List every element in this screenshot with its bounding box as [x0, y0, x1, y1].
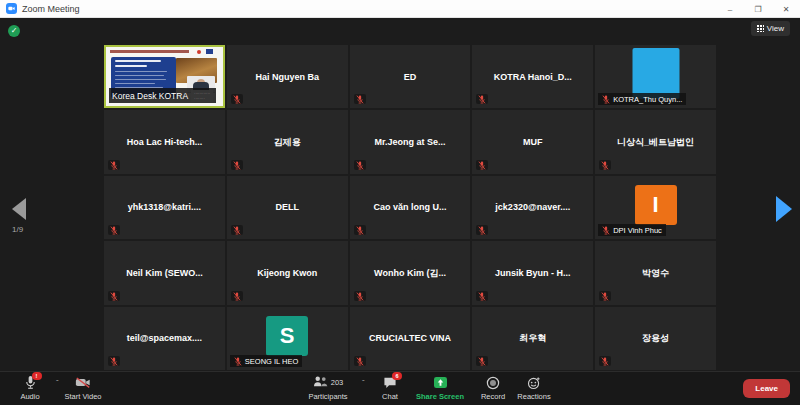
participant-name: Hoa Lac Hi-tech...: [104, 137, 225, 147]
chat-button[interactable]: 6 Chat: [374, 375, 406, 401]
participant-tile[interactable]: teil@spacemax....: [104, 307, 225, 370]
participant-name: Korea Desk KOTRA····················: [109, 88, 216, 103]
chat-icon: 6: [383, 375, 397, 390]
participant-tile[interactable]: Mr.Jeong at Se...: [350, 110, 471, 173]
zoom-app-icon: [6, 3, 17, 14]
participant-name: MUF: [472, 137, 593, 147]
participant-tile[interactable]: MUF: [472, 110, 593, 173]
participant-name: KOTRA_Thu Quyn...: [598, 93, 686, 105]
participant-tile[interactable]: Neil Kim (SEWO...: [104, 241, 225, 304]
participant-tile[interactable]: yhk1318@katri....: [104, 176, 225, 239]
record-icon: [486, 375, 500, 390]
participant-name: jck2320@naver....: [472, 202, 593, 212]
audio-alert-badge: !: [32, 372, 42, 380]
muted-mic-icon: [110, 226, 118, 235]
muted-mic-icon: [602, 226, 610, 235]
mic-icon: !: [24, 375, 37, 390]
minimize-button[interactable]: –: [716, 0, 744, 18]
page-indicator: 1/9: [12, 225, 23, 234]
participant-name: KOTRA Hanoi_D...: [472, 72, 593, 82]
prev-page-button[interactable]: [12, 198, 26, 220]
muted-mic-icon: [233, 161, 241, 170]
participants-icon: [313, 375, 328, 390]
muted-mic-icon: [601, 161, 609, 170]
participant-name: 김제용: [227, 136, 348, 149]
audio-button[interactable]: ! Audio: [10, 375, 50, 401]
muted-mic-icon: [478, 357, 486, 366]
chat-label: Chat: [382, 392, 398, 401]
next-page-button[interactable]: [776, 196, 792, 222]
close-button[interactable]: ✕: [772, 0, 800, 18]
participant-name: Mr.Jeong at Se...: [350, 137, 471, 147]
participant-tile[interactable]: KOTRA_Thu Quyn...: [595, 45, 716, 108]
participant-name: Wonho Kim (김...: [350, 266, 471, 279]
participant-tile[interactable]: 장용성: [595, 307, 716, 370]
muted-mic-icon: [233, 95, 241, 104]
muted-mic-icon: [356, 95, 364, 104]
participant-name: 최우혁: [472, 332, 593, 345]
participant-name: Kijeong Kwon: [227, 268, 348, 278]
security-shield-icon[interactable]: ✓: [8, 25, 20, 37]
share-screen-icon: [433, 375, 448, 390]
chat-unread-badge: 6: [392, 372, 402, 380]
participant-tile[interactable]: CRUCIALTEC VINA: [350, 307, 471, 370]
participants-button[interactable]: 203 Participants: [300, 375, 356, 401]
muted-mic-icon: [478, 226, 486, 235]
participant-name: CRUCIALTEC VINA: [350, 333, 471, 343]
participant-tile[interactable]: 김제용: [227, 110, 348, 173]
start-video-label: Start Video: [65, 392, 102, 401]
avatar: I: [635, 185, 677, 225]
audio-options-chevron[interactable]: ˆ: [56, 379, 59, 387]
muted-mic-icon: [601, 292, 609, 301]
participants-options-chevron[interactable]: ˆ: [362, 379, 365, 387]
participant-name: SEONG IL HEO: [230, 355, 303, 367]
participant-tile[interactable]: Hoa Lac Hi-tech...: [104, 110, 225, 173]
window-controls: – ❐ ✕: [716, 0, 800, 18]
participant-tile[interactable]: Junsik Byun - H...: [472, 241, 593, 304]
participant-tile[interactable]: IDPI Vinh Phuc: [595, 176, 716, 239]
participant-tile[interactable]: DELL: [227, 176, 348, 239]
share-screen-button[interactable]: Share Screen: [408, 375, 472, 401]
participant-tile[interactable]: 박영수: [595, 241, 716, 304]
participant-tile[interactable]: SSEONG IL HEO: [227, 307, 348, 370]
participant-tile[interactable]: 최우혁: [472, 307, 593, 370]
participant-name: DPI Vinh Phuc: [598, 224, 666, 236]
record-button[interactable]: Record: [474, 375, 512, 401]
gallery-grid-icon: [757, 25, 764, 32]
participant-tile[interactable]: 니상식_베트남법인: [595, 110, 716, 173]
view-button[interactable]: View: [751, 21, 790, 36]
participant-tile[interactable]: KOTRA Hanoi_D...: [472, 45, 593, 108]
muted-mic-icon: [110, 357, 118, 366]
start-video-button[interactable]: Start Video: [60, 375, 106, 401]
restore-button[interactable]: ❐: [744, 0, 772, 18]
muted-mic-icon: [356, 226, 364, 235]
participant-name: ED: [350, 72, 471, 82]
participant-name: 장용성: [595, 332, 716, 345]
avatar: S: [266, 316, 308, 356]
reactions-button[interactable]: Reactions: [512, 375, 556, 401]
participant-name: DELL: [227, 202, 348, 212]
participant-tile[interactable]: ED: [350, 45, 471, 108]
reactions-label: Reactions: [517, 392, 550, 401]
muted-mic-icon: [601, 357, 609, 366]
participant-name: 니상식_베트남법인: [595, 136, 716, 149]
participant-name: Cao văn long U...: [350, 202, 471, 212]
participant-tile[interactable]: Wonho Kim (김...: [350, 241, 471, 304]
participant-tile[interactable]: Hai Nguyen Ba: [227, 45, 348, 108]
participants-count: 203: [331, 378, 344, 387]
participant-name: 박영수: [595, 266, 716, 279]
participant-tile[interactable]: Korea Desk KOTRA····················: [104, 45, 225, 108]
meeting-toolbar: ! Audio ˆ Start Video 203 Participants ˆ: [0, 371, 800, 405]
record-label: Record: [481, 392, 505, 401]
leave-button[interactable]: Leave: [743, 379, 790, 398]
participant-tile[interactable]: jck2320@naver....: [472, 176, 593, 239]
audio-label: Audio: [20, 392, 39, 401]
muted-mic-icon: [478, 161, 486, 170]
participant-tile[interactable]: Kijeong Kwon: [227, 241, 348, 304]
muted-mic-icon: [356, 161, 364, 170]
reactions-icon: [527, 375, 541, 390]
muted-mic-icon: [602, 95, 610, 104]
participant-tile[interactable]: Cao văn long U...: [350, 176, 471, 239]
meeting-content: ✓ View Korea Desk KOTRA·················…: [0, 18, 800, 372]
muted-mic-icon: [478, 95, 486, 104]
